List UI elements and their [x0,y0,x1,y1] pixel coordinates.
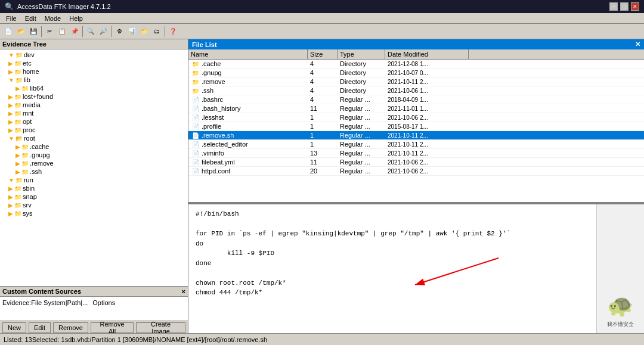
menu-file[interactable]: File [2,14,20,23]
tree-item-lost[interactable]: ▶ 📁 lost+found [1,92,187,101]
tree-item-home[interactable]: ▶ 📁 home [1,67,187,76]
evidence-tree-content[interactable]: ▼ 📁 dev ▶ 📁 etc ▶ 📁 home [0,49,188,286]
tree-item-opt[interactable]: ▶ 📁 opt [1,117,187,126]
toolbar-btn-10[interactable]: 📊 [126,26,138,38]
toolbar: 📄 📂 💾 ✂ 📋 📌 🔍 🔎 ⚙ 📊 📁 🗂 ❓ [0,24,644,39]
tree-item-sys[interactable]: ▶ 📁 sys [1,209,187,217]
tree-item-gnupg[interactable]: ▶ 📁 .gnupg [1,151,187,159]
file-row[interactable]: 📄 .selected_editor 1 Regular ... 2021-10… [188,140,644,149]
file-name: .bashrc [202,96,223,103]
file-name: httpd.conf [202,167,230,175]
toolbar-btn-7[interactable]: 🔍 [85,26,97,38]
tree-item-root[interactable]: ▼ 📂 root [1,134,187,142]
file-name-cell: 📄 .lesshst [188,114,308,121]
folder-icon: 📁 [14,69,21,75]
toolbar-btn-9[interactable]: ⚙ [113,26,125,38]
tree-item-cache[interactable]: ▶ 📁 .cache [1,142,187,151]
toolbar-btn-8[interactable]: 🔎 [97,26,109,38]
file-icon: 📁 [192,61,199,67]
toolbar-btn-1[interactable]: 📄 [2,26,14,38]
col-header-name[interactable]: Name [188,49,308,59]
file-icon: 📁 [192,88,199,94]
folder-icon: 📁 [14,127,21,133]
app-title: AccessData FTK Imager 4.7.1.2 [17,3,111,10]
tree-item-lib[interactable]: ▼ 📁 lib [1,76,187,84]
tree-item-dev[interactable]: ▼ 📁 dev [1,51,187,59]
tree-item-lib64[interactable]: ▶ 📁 lib64 [1,84,187,92]
file-row[interactable]: 📄 .profile 1 Regular ... 2015-08-17 1... [188,122,644,131]
col-header-type[interactable]: Type [338,49,385,59]
file-row[interactable]: 📄 .bash_history 11 Regular ... 2021-11-0… [188,104,644,113]
tree-label: home [23,68,39,75]
toolbar-btn-3[interactable]: 💾 [27,26,39,38]
tree-item-sbin[interactable]: ▶ 📁 sbin [1,184,187,192]
custom-content-close[interactable]: × [182,288,185,295]
tree-label: sys [23,210,33,217]
tree-label: lost+found [23,93,53,100]
folder-icon: 📁 [14,194,21,200]
file-row[interactable]: 📄 filebeat.yml 11 Regular ... 2021-10-06… [188,158,644,167]
file-icon: 📄 [192,97,199,103]
menu-mode[interactable]: Mode [41,14,65,23]
file-row[interactable]: 📄 .viminfo 13 Regular ... 2021-10-11 2..… [188,149,644,158]
tree-item-mnt[interactable]: ▶ 📁 mnt [1,109,187,117]
toolbar-btn-5[interactable]: 📋 [56,26,68,38]
file-name-cell: 📄 httpd.conf [188,167,308,175]
file-row[interactable]: 📁 .remove 4 Directory 2021-10-11 2... [188,77,644,86]
file-date-cell: 2021-12-08 1... [385,61,469,67]
edit-button[interactable]: Edit [29,322,51,333]
tree-item-media[interactable]: ▶ 📁 media [1,101,187,109]
custom-content-options[interactable]: Options [92,299,115,306]
toolbar-btn-4[interactable]: ✂ [44,26,55,38]
file-row[interactable]: 📄 .remove.sh 1 Regular ... 2021-10-11 2.… [188,131,644,140]
file-name: .selected_editor [202,141,248,148]
tree-item-srv[interactable]: ▶ 📁 srv [1,201,187,209]
create-image-button[interactable]: Create Image [136,322,185,333]
minimize-button[interactable]: ─ [609,2,618,11]
file-type-cell: Directory [338,60,385,67]
tree-item-ssh[interactable]: ▶ 📁 .ssh [1,167,187,176]
file-size-cell: 11 [308,158,338,166]
toolbar-btn-2[interactable]: 📂 [15,26,27,38]
folder-icon: 📁 [21,144,29,150]
close-button[interactable]: ✕ [631,2,639,11]
file-row[interactable]: 📄 .lesshst 1 Regular ... 2021-10-06 2... [188,113,644,122]
toolbar-btn-11[interactable]: 📁 [138,26,150,38]
custom-content-title: Custom Content Sources [2,288,81,295]
file-row[interactable]: 📁 .gnupg 4 Directory 2021-10-07 0... [188,69,644,77]
menu-edit[interactable]: Edit [21,14,40,23]
new-button[interactable]: New [2,322,26,333]
file-type-cell: Regular ... [338,167,385,175]
tree-item-run[interactable]: ▼ 📁 run [1,176,187,184]
tree-item-etc[interactable]: ▶ 📁 etc [1,59,187,67]
toolbar-btn-13[interactable]: ❓ [167,26,179,38]
toolbar-btn-12[interactable]: 🗂 [151,26,163,38]
folder-icon: 📁 [14,94,21,100]
file-type-cell: Regular ... [338,158,385,166]
file-row[interactable]: 📄 httpd.conf 20 Regular ... 2021-10-06 2… [188,167,644,176]
folder-icon: 📁 [21,152,29,158]
maximize-button[interactable]: □ [620,2,628,11]
remove-all-button[interactable]: Remove All [91,322,134,333]
watermark-text: 我不懂安全 [607,321,634,328]
file-type-cell: Directory [338,87,385,94]
file-list-close-icon[interactable]: ✕ [635,41,640,48]
col-header-size[interactable]: Size [308,49,338,59]
preview-area: #!/bin/bash for PID in `ps -ef | egrep "… [188,203,644,334]
toolbar-btn-6[interactable]: 📌 [69,26,80,38]
tree-label: dev [24,51,35,58]
tree-item-snap[interactable]: ▶ 📁 snap [1,192,187,201]
custom-content-body: Evidence:File System|Path|... Options [0,297,188,321]
tree-label: mnt [23,110,33,117]
file-row[interactable]: 📁 .ssh 4 Directory 2021-10-06 1... [188,86,644,95]
file-icon: 📄 [192,150,199,157]
remove-button[interactable]: Remove [53,322,88,333]
menu-help[interactable]: Help [66,14,86,23]
file-list-rows[interactable]: 📁 .cache 4 Directory 2021-12-08 1... 📁 .… [188,60,644,202]
file-row[interactable]: 📄 .bashrc 4 Regular ... 2018-04-09 1... [188,95,644,104]
file-row[interactable]: 📁 .cache 4 Directory 2021-12-08 1... [188,60,644,69]
tree-item-remove[interactable]: ▶ 📁 .remove [1,159,187,167]
col-header-date[interactable]: Date Modified [385,49,469,59]
file-date-cell: 2021-10-11 2... [385,132,469,139]
tree-item-proc[interactable]: ▶ 📁 proc [1,126,187,134]
